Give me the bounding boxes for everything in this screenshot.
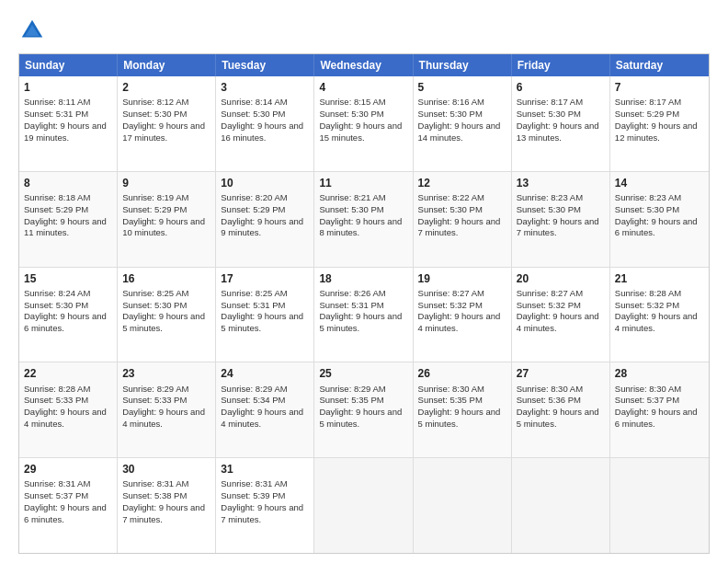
sunset-label: Sunset: 5:32 PM	[418, 300, 483, 310]
sunset-label: Sunset: 5:30 PM	[319, 204, 383, 214]
calendar-cell: 23Sunrise: 8:29 AMSunset: 5:33 PMDayligh…	[118, 362, 216, 457]
sunset-label: Sunset: 5:29 PM	[221, 204, 285, 214]
calendar-cell: 2Sunrise: 8:12 AMSunset: 5:30 PMDaylight…	[118, 76, 216, 171]
day-number: 29	[24, 462, 112, 477]
day-number: 3	[221, 80, 309, 95]
day-number: 8	[24, 176, 112, 190]
day-number: 11	[319, 176, 407, 190]
sunset-label: Sunset: 5:30 PM	[319, 109, 383, 119]
daylight-label: Daylight: 9 hours and 6 minutes.	[615, 216, 698, 238]
sunrise-label: Sunrise: 8:16 AM	[418, 97, 484, 107]
day-number: 2	[122, 80, 210, 95]
sunset-label: Sunset: 5:29 PM	[24, 204, 88, 214]
daylight-label: Daylight: 9 hours and 19 minutes.	[24, 121, 107, 143]
calendar-cell: 19Sunrise: 8:27 AMSunset: 5:32 PMDayligh…	[414, 268, 512, 362]
sunset-label: Sunset: 5:33 PM	[24, 395, 88, 405]
header	[18, 17, 710, 44]
logo-icon	[18, 17, 46, 44]
sunset-label: Sunset: 5:35 PM	[418, 395, 483, 405]
sunset-label: Sunset: 5:30 PM	[24, 300, 88, 310]
day-number: 16	[122, 271, 210, 286]
daylight-label: Daylight: 9 hours and 6 minutes.	[24, 502, 107, 524]
sunrise-label: Sunrise: 8:30 AM	[615, 384, 681, 394]
calendar-cell: 27Sunrise: 8:30 AMSunset: 5:36 PMDayligh…	[512, 362, 610, 457]
daylight-label: Daylight: 9 hours and 4 minutes.	[122, 407, 205, 429]
sunrise-label: Sunrise: 8:30 AM	[418, 384, 484, 394]
daylight-label: Daylight: 9 hours and 16 minutes.	[221, 121, 303, 143]
calendar-body: 1Sunrise: 8:11 AMSunset: 5:31 PMDaylight…	[19, 76, 709, 553]
calendar-cell: 4Sunrise: 8:15 AMSunset: 5:30 PMDaylight…	[314, 76, 413, 171]
header-day-tuesday: Tuesday	[216, 54, 314, 76]
sunset-label: Sunset: 5:30 PM	[122, 109, 187, 119]
daylight-label: Daylight: 9 hours and 8 minutes.	[319, 216, 402, 238]
calendar-cell: 8Sunrise: 8:18 AMSunset: 5:29 PMDaylight…	[19, 172, 118, 267]
calendar-cell: 25Sunrise: 8:29 AMSunset: 5:35 PMDayligh…	[314, 362, 413, 457]
calendar-cell: 18Sunrise: 8:26 AMSunset: 5:31 PMDayligh…	[314, 268, 413, 362]
sunset-label: Sunset: 5:39 PM	[221, 490, 285, 500]
daylight-label: Daylight: 9 hours and 15 minutes.	[319, 121, 402, 143]
sunset-label: Sunset: 5:31 PM	[24, 109, 88, 119]
calendar-cell	[512, 458, 610, 553]
day-number: 7	[615, 80, 704, 95]
sunrise-label: Sunrise: 8:25 AM	[221, 288, 287, 298]
sunset-label: Sunset: 5:32 PM	[517, 300, 581, 310]
header-day-thursday: Thursday	[414, 54, 512, 76]
calendar-cell: 15Sunrise: 8:24 AMSunset: 5:30 PMDayligh…	[19, 268, 118, 362]
calendar-cell: 17Sunrise: 8:25 AMSunset: 5:31 PMDayligh…	[216, 268, 314, 362]
sunrise-label: Sunrise: 8:18 AM	[24, 192, 90, 202]
day-number: 5	[418, 80, 506, 95]
daylight-label: Daylight: 9 hours and 5 minutes.	[221, 311, 303, 333]
sunset-label: Sunset: 5:30 PM	[418, 204, 483, 214]
calendar-row-4: 22Sunrise: 8:28 AMSunset: 5:33 PMDayligh…	[19, 362, 709, 458]
calendar-cell: 24Sunrise: 8:29 AMSunset: 5:34 PMDayligh…	[216, 362, 314, 457]
sunset-label: Sunset: 5:30 PM	[122, 300, 187, 310]
calendar-cell: 22Sunrise: 8:28 AMSunset: 5:33 PMDayligh…	[19, 362, 118, 457]
calendar-cell: 9Sunrise: 8:19 AMSunset: 5:29 PMDaylight…	[118, 172, 216, 267]
daylight-label: Daylight: 9 hours and 9 minutes.	[221, 216, 303, 238]
sunset-label: Sunset: 5:35 PM	[319, 395, 383, 405]
header-day-wednesday: Wednesday	[314, 54, 413, 76]
daylight-label: Daylight: 9 hours and 7 minutes.	[221, 502, 303, 524]
sunrise-label: Sunrise: 8:17 AM	[517, 97, 583, 107]
sunrise-label: Sunrise: 8:22 AM	[418, 192, 484, 202]
sunset-label: Sunset: 5:29 PM	[615, 109, 679, 119]
daylight-label: Daylight: 9 hours and 5 minutes.	[418, 407, 501, 429]
sunset-label: Sunset: 5:29 PM	[122, 204, 187, 214]
sunset-label: Sunset: 5:36 PM	[517, 395, 581, 405]
sunrise-label: Sunrise: 8:28 AM	[615, 288, 681, 298]
sunset-label: Sunset: 5:32 PM	[615, 300, 679, 310]
day-number: 1	[24, 80, 112, 95]
sunrise-label: Sunrise: 8:21 AM	[319, 192, 385, 202]
sunset-label: Sunset: 5:37 PM	[615, 395, 679, 405]
sunrise-label: Sunrise: 8:15 AM	[319, 97, 385, 107]
daylight-label: Daylight: 9 hours and 14 minutes.	[418, 121, 501, 143]
calendar-cell: 21Sunrise: 8:28 AMSunset: 5:32 PMDayligh…	[610, 268, 709, 362]
calendar-cell: 20Sunrise: 8:27 AMSunset: 5:32 PMDayligh…	[512, 268, 610, 362]
sunrise-label: Sunrise: 8:25 AM	[122, 288, 188, 298]
sunrise-label: Sunrise: 8:19 AM	[122, 192, 188, 202]
daylight-label: Daylight: 9 hours and 12 minutes.	[615, 121, 698, 143]
calendar-cell: 30Sunrise: 8:31 AMSunset: 5:38 PMDayligh…	[118, 458, 216, 553]
calendar-cell	[610, 458, 709, 553]
daylight-label: Daylight: 9 hours and 4 minutes.	[615, 311, 698, 333]
daylight-label: Daylight: 9 hours and 17 minutes.	[122, 121, 205, 143]
sunrise-label: Sunrise: 8:14 AM	[221, 97, 287, 107]
header-day-sunday: Sunday	[19, 54, 118, 76]
header-day-saturday: Saturday	[610, 54, 709, 76]
daylight-label: Daylight: 9 hours and 10 minutes.	[122, 216, 205, 238]
sunset-label: Sunset: 5:31 PM	[221, 300, 285, 310]
daylight-label: Daylight: 9 hours and 5 minutes.	[517, 407, 599, 429]
header-day-friday: Friday	[512, 54, 610, 76]
sunrise-label: Sunrise: 8:24 AM	[24, 288, 90, 298]
calendar-cell	[314, 458, 413, 553]
calendar: SundayMondayTuesdayWednesdayThursdayFrid…	[18, 53, 710, 554]
calendar-cell: 3Sunrise: 8:14 AMSunset: 5:30 PMDaylight…	[216, 76, 314, 171]
calendar-row-3: 15Sunrise: 8:24 AMSunset: 5:30 PMDayligh…	[19, 268, 709, 363]
sunrise-label: Sunrise: 8:29 AM	[221, 384, 287, 394]
calendar-cell: 11Sunrise: 8:21 AMSunset: 5:30 PMDayligh…	[314, 172, 413, 267]
calendar-cell: 26Sunrise: 8:30 AMSunset: 5:35 PMDayligh…	[414, 362, 512, 457]
logo	[18, 17, 50, 44]
sunrise-label: Sunrise: 8:28 AM	[24, 384, 90, 394]
sunset-label: Sunset: 5:31 PM	[319, 300, 383, 310]
header-day-monday: Monday	[118, 54, 216, 76]
